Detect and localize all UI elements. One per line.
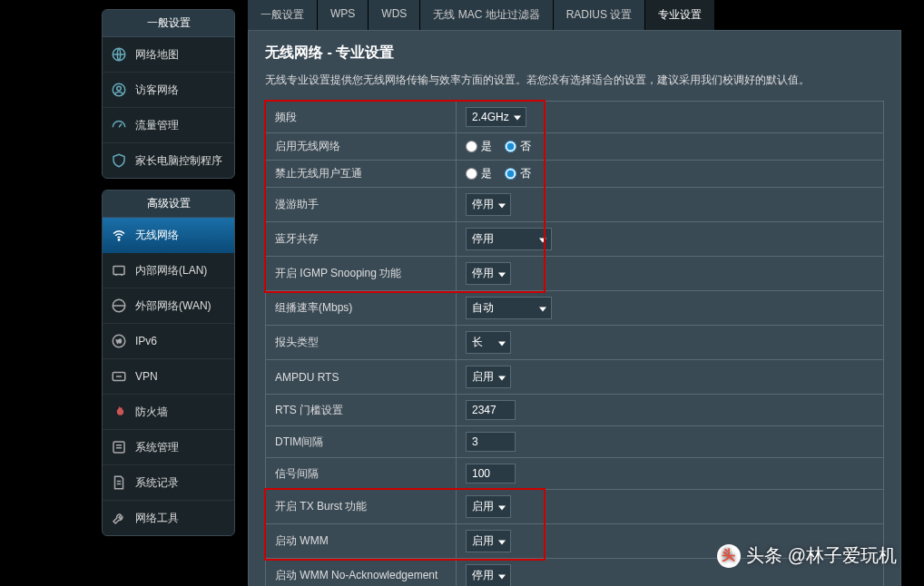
setting-label: 启动 WMM [266,524,457,559]
radio-input-yes[interactable] [466,168,477,180]
shield-icon [110,151,128,170]
general-item-1[interactable]: 访客网络 [103,73,234,108]
select-0[interactable]: 2.4GHz [466,107,526,127]
setting-control-cell: 2.4GHz [457,102,884,133]
select-14[interactable]: 停用 [466,564,511,586]
setting-label: 组播速率(Mbps) [266,291,457,326]
tab-4[interactable]: RADIUS 设置 [554,0,646,30]
general-settings-panel: 一般设置 网络地图访客网络流量管理家长电脑控制程序 [102,9,235,179]
setting-row-1: 启用无线网络是否 [266,133,884,161]
setting-control-cell [457,458,884,490]
log-icon [110,474,128,492]
content-panel: 无线网络 - 专业设置 无线专业设置提供您无线网络传输与效率方面的设置。若您没有… [248,30,901,586]
input-10[interactable] [466,432,516,452]
tab-5[interactable]: 专业设置 [645,0,715,30]
ipv6-icon: v6 [110,332,128,350]
setting-control-cell: 停用 [457,188,884,222]
gauge-icon [110,116,128,134]
advanced-item-4[interactable]: VPN [103,359,234,395]
general-item-3[interactable]: 家长电脑控制程序 [103,143,234,178]
sidebar-item-label: 网络工具 [135,511,179,526]
sidebar-item-label: VPN [135,370,158,383]
radio-label: 是 [481,139,492,154]
radio-label: 否 [520,166,531,181]
input-9[interactable] [466,400,516,420]
sidebar-item-label: 防火墙 [135,405,168,420]
setting-row-6: 组播速率(Mbps)自动 [266,291,884,326]
select-7[interactable]: 长 [466,331,511,354]
advanced-item-2[interactable]: 外部网络(WAN) [103,288,234,324]
tab-1[interactable]: WPS [318,0,369,30]
select-3[interactable]: 停用 [466,193,511,216]
advanced-settings-panel: 高级设置 无线网络内部网络(LAN)外部网络(WAN)v6IPv6VPN防火墙系… [102,190,235,536]
setting-control-cell: 长 [457,326,884,360]
advanced-item-1[interactable]: 内部网络(LAN) [103,253,234,288]
select-6[interactable]: 自动 [466,297,552,319]
select-13[interactable]: 启用 [466,530,511,552]
setting-row-5: 开启 IGMP Snooping 功能停用 [266,257,884,291]
select-12[interactable]: 启用 [466,495,511,518]
wifi-icon [110,226,128,244]
setting-row-8: AMPDU RTS启用 [266,360,884,395]
advanced-item-6[interactable]: 系统管理 [103,430,234,465]
sidebar-item-label: 无线网络 [135,228,179,243]
setting-row-7: 报头类型长 [266,326,884,360]
sidebar: 一般设置 网络地图访客网络流量管理家长电脑控制程序 高级设置 无线网络内部网络(… [102,9,235,586]
radio-label: 是 [481,166,492,181]
tab-0[interactable]: 一般设置 [248,0,318,30]
radio-group-2: 是否 [466,166,874,181]
setting-label: 启用无线网络 [266,133,457,161]
advanced-item-5[interactable]: 防火墙 [103,395,234,430]
lan-icon [110,261,128,279]
sidebar-item-label: 访客网络 [135,83,179,98]
radio-yes[interactable]: 是 [466,166,492,181]
radio-input-no[interactable] [505,168,516,180]
tools-icon [110,509,128,527]
general-item-0[interactable]: 网络地图 [103,37,234,73]
radio-input-no[interactable] [505,141,516,152]
setting-row-10: DTIM间隔 [266,426,884,458]
page-description: 无线专业设置提供您无线网络传输与效率方面的设置。若您没有选择适合的设置，建议采用… [265,72,884,88]
page-title: 无线网络 - 专业设置 [265,44,884,63]
select-5[interactable]: 停用 [466,262,511,285]
general-item-2[interactable]: 流量管理 [103,108,234,143]
radio-input-yes[interactable] [466,141,477,152]
watermark: 头 头条 @林子爱玩机 [717,543,897,568]
setting-row-0: 频段2.4GHz [266,102,884,133]
radio-yes[interactable]: 是 [466,139,492,154]
setting-control-cell: 启用 [457,360,884,395]
setting-label: 启动 WMM No-Acknowledgement [266,559,457,587]
wan-icon [110,297,128,315]
svg-point-3 [118,239,120,241]
select-4[interactable]: 停用 [466,228,552,250]
advanced-item-7[interactable]: 系统记录 [103,465,234,501]
admin-icon [110,438,128,456]
setting-control-cell: 是否 [457,133,884,161]
setting-label: RTS 门槛设置 [266,395,457,426]
setting-label: 禁止无线用户互通 [266,161,457,188]
tab-2[interactable]: WDS [369,0,420,30]
input-11[interactable] [466,464,516,483]
fire-icon [110,403,128,421]
select-8[interactable]: 启用 [466,366,511,388]
setting-control-cell: 自动 [457,291,884,326]
watermark-logo-icon: 头 [717,544,741,568]
sidebar-item-label: 系统管理 [135,440,179,455]
tab-3[interactable]: 无线 MAC 地址过滤器 [420,0,553,30]
sidebar-item-label: 系统记录 [135,475,179,491]
setting-label: 报头类型 [266,326,457,360]
watermark-brand: 头条 [746,543,782,568]
advanced-panel-header: 高级设置 [103,190,234,218]
advanced-item-0[interactable]: 无线网络 [103,218,234,253]
advanced-item-8[interactable]: 网络工具 [103,501,234,535]
advanced-item-3[interactable]: v6IPv6 [103,324,234,359]
sidebar-item-label: 外部网络(WAN) [135,298,211,314]
radio-no[interactable]: 否 [505,139,531,154]
sidebar-item-label: 家长电脑控制程序 [135,153,222,169]
sidebar-item-label: 流量管理 [135,118,179,133]
vpn-icon [110,367,128,386]
radio-no[interactable]: 否 [505,166,531,181]
tabs-bar: 一般设置WPSWDS无线 MAC 地址过滤器RADIUS 设置专业设置 [248,0,901,30]
setting-label: 频段 [266,102,457,133]
setting-label: 信号间隔 [266,458,457,490]
